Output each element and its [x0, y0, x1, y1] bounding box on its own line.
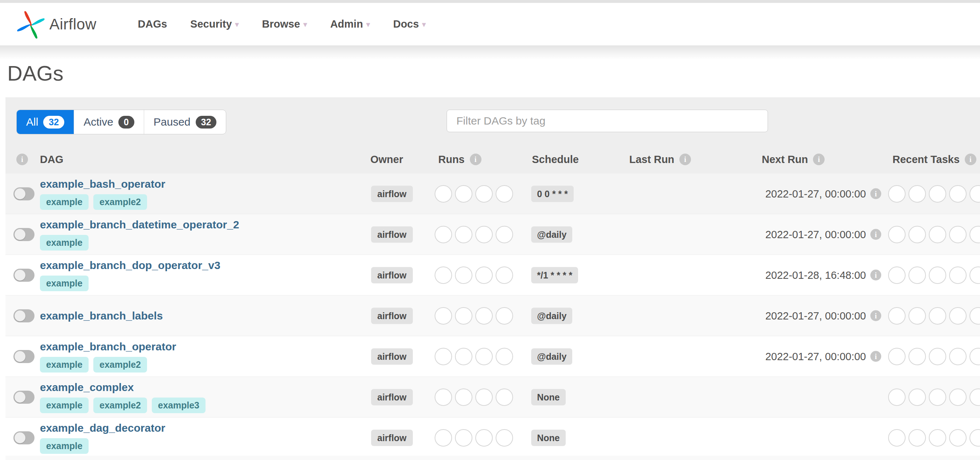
task-status-circle[interactable] — [908, 266, 926, 284]
task-status-circle[interactable] — [969, 307, 980, 325]
pause-toggle[interactable] — [13, 431, 35, 444]
tab-active[interactable]: Active 0 — [74, 110, 144, 134]
info-icon[interactable]: i — [870, 270, 881, 281]
run-status-circle[interactable] — [434, 226, 452, 243]
dag-link[interactable]: example_branch_dop_operator_v3 — [40, 259, 220, 272]
info-icon[interactable]: i — [679, 154, 691, 165]
task-status-circle[interactable] — [908, 185, 926, 202]
task-status-circle[interactable] — [888, 348, 905, 365]
info-icon[interactable]: i — [470, 154, 482, 165]
task-status-circle[interactable] — [969, 388, 980, 406]
run-status-circle[interactable] — [434, 388, 452, 406]
run-status-circle[interactable] — [475, 226, 493, 243]
dag-link[interactable]: example_complex — [40, 381, 205, 393]
tag-filter-input[interactable] — [456, 115, 759, 127]
run-status-circle[interactable] — [475, 388, 493, 406]
column-header-last-run[interactable]: Last Runi — [629, 145, 691, 173]
task-status-circle[interactable] — [888, 226, 905, 243]
task-status-circle[interactable] — [888, 429, 905, 447]
task-status-circle[interactable] — [929, 266, 946, 284]
task-status-circle[interactable] — [929, 307, 946, 325]
run-status-circle[interactable] — [496, 266, 513, 284]
column-header-next-run[interactable]: Next Runi — [762, 145, 825, 173]
run-status-circle[interactable] — [475, 266, 493, 284]
run-status-circle[interactable] — [434, 348, 452, 365]
run-status-circle[interactable] — [455, 429, 473, 447]
schedule-badge[interactable]: @daily — [531, 348, 572, 364]
task-status-circle[interactable] — [969, 266, 980, 284]
nav-item-admin[interactable]: Admin ▾ — [318, 18, 381, 30]
run-status-circle[interactable] — [496, 226, 513, 243]
dag-link[interactable]: example_dag_decorator — [40, 422, 165, 434]
run-status-circle[interactable] — [496, 429, 513, 447]
dag-tag[interactable]: example — [40, 357, 89, 372]
info-icon[interactable]: i — [870, 188, 881, 199]
column-header-runs[interactable]: Runsi — [438, 145, 482, 173]
task-status-circle[interactable] — [969, 185, 980, 202]
run-status-circle[interactable] — [455, 226, 473, 243]
dag-tag[interactable]: example3 — [152, 398, 205, 413]
task-status-circle[interactable] — [949, 226, 967, 243]
nav-item-browse[interactable]: Browse ▾ — [251, 18, 319, 30]
tab-all[interactable]: All 32 — [17, 110, 74, 134]
run-status-circle[interactable] — [475, 185, 493, 202]
run-status-circle[interactable] — [455, 348, 473, 365]
run-status-circle[interactable] — [455, 307, 473, 325]
task-status-circle[interactable] — [949, 388, 967, 406]
task-status-circle[interactable] — [969, 226, 980, 243]
run-status-circle[interactable] — [496, 307, 513, 325]
task-status-circle[interactable] — [929, 226, 946, 243]
task-status-circle[interactable] — [949, 307, 967, 325]
schedule-badge[interactable]: 0 0 * * * — [531, 186, 574, 202]
info-icon[interactable]: i — [870, 229, 881, 240]
task-status-circle[interactable] — [929, 429, 946, 447]
run-status-circle[interactable] — [475, 348, 493, 365]
pause-toggle[interactable] — [13, 309, 35, 322]
dag-tag[interactable]: example — [40, 275, 89, 291]
task-status-circle[interactable] — [949, 348, 967, 365]
task-status-circle[interactable] — [949, 429, 967, 447]
run-status-circle[interactable] — [434, 185, 452, 202]
run-status-circle[interactable] — [475, 429, 493, 447]
dag-tag[interactable]: example — [40, 438, 89, 454]
nav-item-docs[interactable]: Docs ▾ — [382, 18, 438, 30]
info-icon[interactable]: i — [813, 154, 825, 165]
run-status-circle[interactable] — [434, 266, 452, 284]
run-status-circle[interactable] — [434, 307, 452, 325]
column-header-schedule[interactable]: Schedule — [532, 145, 579, 173]
column-header-recent-tasks[interactable]: Recent Tasksi — [892, 145, 976, 173]
dag-link[interactable]: example_branch_datetime_operator_2 — [40, 218, 239, 231]
run-status-circle[interactable] — [475, 307, 493, 325]
pause-toggle[interactable] — [13, 187, 35, 201]
dag-link[interactable]: example_branch_labels — [40, 310, 163, 322]
task-status-circle[interactable] — [969, 348, 980, 365]
tab-paused[interactable]: Paused 32 — [144, 110, 226, 134]
task-status-circle[interactable] — [908, 307, 926, 325]
pause-toggle[interactable] — [13, 391, 35, 404]
task-status-circle[interactable] — [929, 388, 946, 406]
run-status-circle[interactable] — [496, 185, 513, 202]
info-icon[interactable]: i — [870, 310, 881, 321]
run-status-circle[interactable] — [455, 266, 473, 284]
schedule-badge[interactable]: @daily — [531, 307, 572, 324]
task-status-circle[interactable] — [908, 429, 926, 447]
task-status-circle[interactable] — [888, 185, 905, 202]
run-status-circle[interactable] — [434, 429, 452, 447]
run-status-circle[interactable] — [496, 348, 513, 365]
task-status-circle[interactable] — [929, 348, 946, 365]
task-status-circle[interactable] — [888, 307, 905, 325]
dag-tag[interactable]: example2 — [93, 398, 147, 413]
task-status-circle[interactable] — [908, 348, 926, 365]
pause-toggle[interactable] — [13, 228, 35, 241]
task-status-circle[interactable] — [908, 388, 926, 406]
dag-link[interactable]: example_bash_operator — [40, 178, 165, 190]
pause-toggle[interactable] — [13, 269, 35, 282]
task-status-circle[interactable] — [949, 266, 967, 284]
run-status-circle[interactable] — [496, 388, 513, 406]
dag-tag[interactable]: example — [40, 235, 89, 250]
task-status-circle[interactable] — [929, 185, 946, 202]
dag-link[interactable]: example_branch_operator — [40, 341, 176, 353]
column-header-dag[interactable]: DAG — [40, 145, 63, 173]
airflow-brand[interactable]: Airflow — [15, 7, 97, 42]
nav-item-dags[interactable]: DAGs — [126, 18, 179, 30]
